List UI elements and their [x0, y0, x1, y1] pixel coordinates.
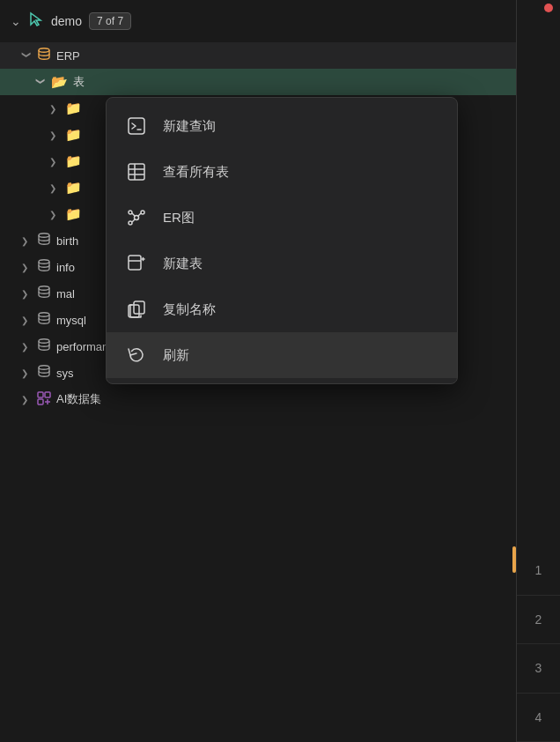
ai-icon	[37, 391, 51, 408]
svg-rect-10	[129, 118, 144, 134]
svg-rect-8	[45, 392, 50, 397]
folder1-icon: 📁	[65, 100, 82, 116]
grid-icon	[124, 160, 149, 184]
menu-item-copy[interactable]: 复制名称	[107, 286, 457, 332]
app-title: demo	[51, 14, 82, 28]
notification-dot	[544, 4, 553, 12]
tables-label: 表	[73, 74, 85, 90]
connection-badge: 7 of 7	[89, 12, 131, 30]
context-menu: 新建查询 查看所有表 ER图	[106, 97, 458, 384]
menu-item-new-table[interactable]: 新建表	[107, 241, 457, 286]
right-num-4: 4	[517, 694, 560, 743]
mysql-label: mysql	[56, 314, 86, 327]
db-icon-performance	[37, 338, 51, 355]
db-icon-info	[37, 258, 51, 276]
collapse-chevron[interactable]: ⌄	[11, 14, 21, 28]
svg-point-5	[39, 339, 49, 343]
svg-point-2	[39, 260, 49, 263]
menu-item-refresh[interactable]: 刷新	[107, 332, 457, 378]
birth-label: birth	[56, 234, 78, 248]
erp-label: ERP	[56, 49, 80, 63]
db-icon-mysql	[37, 311, 51, 329]
menu-item-view-tables[interactable]: 查看所有表	[107, 149, 457, 195]
folder2-icon: 📁	[65, 127, 82, 143]
svg-line-17	[138, 213, 142, 217]
svg-point-3	[39, 286, 49, 290]
folder5-icon: 📁	[65, 206, 82, 222]
svg-line-16	[132, 213, 136, 217]
performance-chevron: ❯	[21, 342, 32, 352]
folder5-chevron: ❯	[49, 210, 60, 219]
right-num-3: 3	[517, 644, 560, 694]
mysql-chevron: ❯	[21, 315, 32, 325]
new-table-label: 新建表	[163, 256, 203, 272]
folder-icon-tables: 📂	[51, 74, 68, 90]
new-table-icon	[124, 251, 149, 276]
tables-chevron: ❯	[36, 77, 46, 87]
svg-point-1	[39, 234, 49, 237]
ai-label: AI数据集	[56, 391, 101, 407]
header: ⌄ demo 7 of 7	[0, 0, 560, 42]
folder3-chevron: ❯	[49, 157, 60, 167]
svg-rect-7	[38, 392, 43, 397]
tree-item-ai[interactable]: ❯ AI数据集	[0, 386, 560, 412]
view-tables-label: 查看所有表	[163, 164, 229, 181]
folder4-chevron: ❯	[49, 183, 60, 193]
copy-icon	[124, 297, 149, 322]
db-icon-sys	[37, 364, 51, 382]
svg-point-13	[129, 211, 132, 214]
ai-chevron: ❯	[21, 395, 32, 404]
erp-chevron: ❯	[22, 50, 32, 61]
refresh-label: 刷新	[163, 347, 189, 364]
right-num-2: 2	[517, 596, 560, 645]
birth-chevron: ❯	[21, 236, 32, 246]
info-chevron: ❯	[21, 263, 32, 272]
svg-point-4	[39, 313, 49, 316]
folder2-chevron: ❯	[49, 130, 60, 140]
menu-item-er[interactable]: ER图	[107, 195, 457, 241]
mal-label: mal	[56, 287, 75, 301]
app-icon	[28, 11, 44, 32]
svg-point-0	[39, 48, 49, 52]
tree-item-tables[interactable]: ❯ 📂 表	[0, 69, 560, 95]
svg-point-15	[129, 221, 132, 225]
terminal-icon	[124, 114, 149, 138]
db-icon-birth	[37, 232, 51, 249]
new-query-label: 新建查询	[163, 118, 216, 135]
svg-rect-11	[129, 164, 144, 180]
folder3-icon: 📁	[65, 153, 82, 169]
sys-label: sys	[56, 367, 74, 380]
svg-rect-19	[129, 256, 141, 270]
scroll-indicator	[512, 546, 516, 573]
svg-line-18	[132, 219, 136, 223]
menu-item-new-query[interactable]: 新建查询	[107, 103, 457, 149]
er-icon	[124, 205, 149, 230]
right-panel: 1 2 3 4	[516, 0, 560, 742]
info-label: info	[56, 261, 75, 274]
sys-chevron: ❯	[21, 368, 32, 378]
copy-label: 复制名称	[163, 301, 216, 318]
folder1-chevron: ❯	[49, 104, 60, 114]
er-label: ER图	[163, 210, 195, 226]
db-icon-erp	[37, 47, 51, 64]
db-icon-mal	[37, 285, 51, 302]
right-num-1: 1	[517, 546, 560, 596]
svg-rect-9	[38, 399, 43, 404]
refresh-icon	[124, 343, 149, 367]
svg-point-14	[141, 211, 144, 214]
tree-item-erp[interactable]: ❯ ERP	[0, 42, 560, 69]
svg-point-6	[39, 366, 49, 369]
folder4-icon: 📁	[65, 180, 82, 196]
mal-chevron: ❯	[21, 289, 32, 299]
